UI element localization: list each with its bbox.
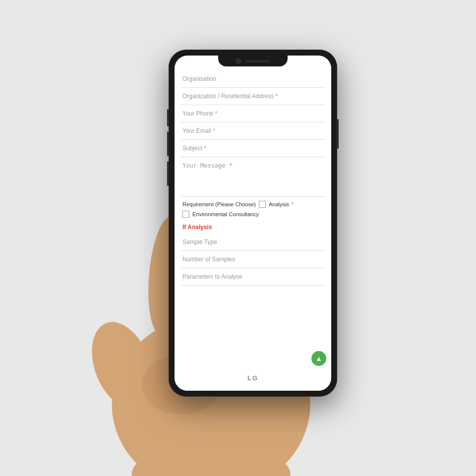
organisation-input[interactable] <box>180 70 325 88</box>
environmental-checkbox[interactable] <box>182 211 189 218</box>
volume-silent-button <box>167 109 169 126</box>
volume-down-button <box>167 161 169 186</box>
num-samples-input[interactable] <box>180 251 325 268</box>
front-camera <box>236 59 241 63</box>
analysis-checkbox[interactable] <box>259 201 266 208</box>
analysis-label: Analysis * <box>269 201 294 207</box>
lg-logo: LG <box>247 374 258 382</box>
phone-device: Requirement (Please Choose) Analysis * E… <box>169 50 337 397</box>
volume-up-button <box>167 131 169 156</box>
address-input[interactable] <box>180 88 325 105</box>
screen-content: Requirement (Please Choose) Analysis * E… <box>175 66 331 391</box>
sample-type-input[interactable] <box>180 234 325 251</box>
email-input[interactable] <box>180 122 325 140</box>
parameters-input[interactable] <box>180 268 325 286</box>
scroll-up-button[interactable]: ▲ <box>311 351 326 366</box>
subject-input[interactable] <box>180 140 325 157</box>
earpiece-speaker <box>245 60 270 62</box>
contact-form: Requirement (Please Choose) Analysis * E… <box>175 66 331 290</box>
requirement-row-analysis: Requirement (Please Choose) Analysis * <box>182 201 323 208</box>
requirement-label: Requirement (Please Choose) <box>182 201 256 207</box>
power-button <box>337 119 339 149</box>
phone-screen: Requirement (Please Choose) Analysis * E… <box>175 56 331 391</box>
requirement-row-env: Environmental Consultancy <box>182 211 323 218</box>
message-textarea[interactable] <box>180 157 325 197</box>
requirement-section: Requirement (Please Choose) Analysis * E… <box>180 197 325 222</box>
chevron-up-icon: ▲ <box>315 355 322 362</box>
if-analysis-label: If Analysis <box>180 222 325 234</box>
phone-input[interactable] <box>180 105 325 122</box>
phone-notch <box>218 56 288 66</box>
environmental-label: Environmental Consultancy <box>192 211 259 217</box>
